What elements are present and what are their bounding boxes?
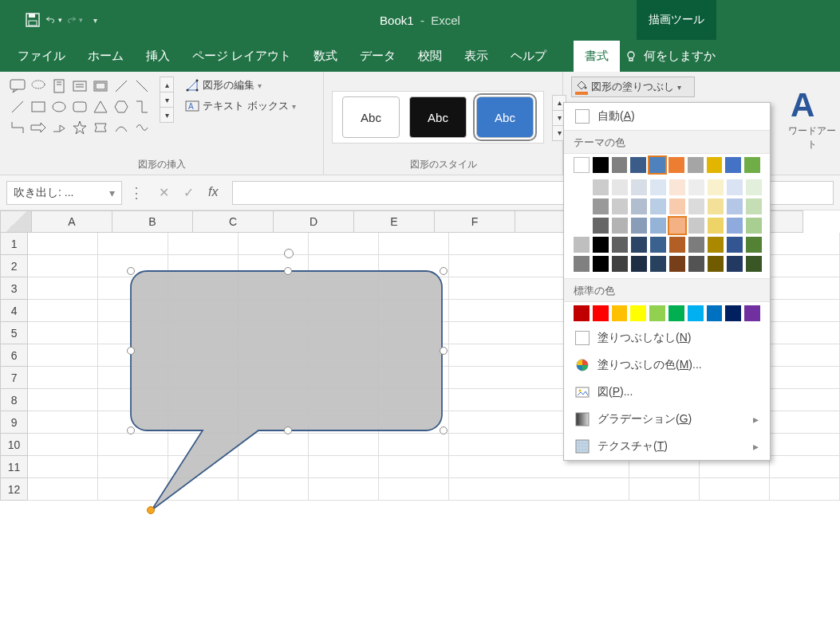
cell[interactable] bbox=[379, 300, 449, 322]
cell[interactable] bbox=[379, 389, 449, 411]
color-swatch[interactable] bbox=[688, 218, 704, 234]
row-header[interactable]: 2 bbox=[0, 255, 28, 277]
cell[interactable] bbox=[239, 367, 309, 389]
shape-hexagon-icon[interactable] bbox=[112, 97, 131, 116]
color-swatch[interactable] bbox=[574, 157, 590, 173]
cell[interactable] bbox=[239, 322, 309, 344]
cell[interactable] bbox=[98, 367, 168, 389]
color-swatch[interactable] bbox=[669, 198, 685, 214]
row-header[interactable]: 7 bbox=[0, 367, 28, 389]
cell[interactable] bbox=[168, 456, 239, 478]
cell[interactable] bbox=[168, 300, 239, 322]
row-header[interactable]: 1 bbox=[0, 233, 28, 255]
tab-format[interactable]: 書式 bbox=[574, 41, 620, 72]
cell[interactable] bbox=[379, 478, 449, 501]
cancel-formula-icon[interactable]: ✕ bbox=[159, 185, 169, 200]
shape-freeform-icon[interactable] bbox=[132, 118, 152, 137]
row-header[interactable]: 3 bbox=[0, 277, 28, 300]
edit-shape-button[interactable]: 図形の編集 ▾ bbox=[182, 77, 299, 94]
shape-rounded-rect-icon[interactable] bbox=[70, 97, 89, 116]
color-swatch[interactable] bbox=[669, 237, 685, 253]
cell[interactable] bbox=[239, 411, 309, 434]
cell[interactable] bbox=[168, 322, 239, 344]
shapes-gallery[interactable] bbox=[8, 77, 152, 158]
color-swatch[interactable] bbox=[727, 256, 743, 272]
cell[interactable] bbox=[28, 300, 98, 322]
cell[interactable] bbox=[239, 389, 309, 411]
color-swatch[interactable] bbox=[669, 218, 685, 234]
shape-arrow-right-icon[interactable] bbox=[29, 118, 48, 137]
fx-icon[interactable]: fx bbox=[208, 185, 218, 200]
shape-triangle-icon[interactable] bbox=[91, 97, 110, 116]
wordart-sample[interactable]: A bbox=[784, 86, 840, 124]
color-swatch[interactable] bbox=[593, 218, 609, 234]
cell[interactable] bbox=[239, 478, 309, 501]
cell[interactable] bbox=[98, 434, 168, 456]
row-header[interactable]: 12 bbox=[0, 478, 28, 501]
cell[interactable] bbox=[239, 300, 309, 322]
column-header[interactable]: C bbox=[193, 210, 274, 233]
color-swatch[interactable] bbox=[574, 198, 590, 214]
color-swatch[interactable] bbox=[744, 157, 760, 173]
color-swatch[interactable] bbox=[688, 198, 704, 214]
cell[interactable] bbox=[770, 478, 840, 501]
color-swatch[interactable] bbox=[707, 157, 723, 173]
shape-process-icon[interactable] bbox=[91, 77, 110, 96]
shape-rectangle-icon[interactable] bbox=[29, 97, 48, 116]
color-swatch[interactable] bbox=[746, 218, 762, 234]
color-swatch[interactable] bbox=[746, 256, 762, 272]
color-swatch[interactable] bbox=[630, 157, 646, 173]
color-swatch[interactable] bbox=[593, 237, 609, 253]
cell[interactable] bbox=[770, 456, 840, 478]
color-swatch[interactable] bbox=[708, 218, 724, 234]
cell[interactable] bbox=[309, 389, 379, 411]
color-swatch[interactable] bbox=[725, 305, 741, 321]
row-header[interactable]: 6 bbox=[0, 344, 28, 367]
cell[interactable] bbox=[379, 255, 449, 277]
column-header[interactable]: E bbox=[354, 210, 435, 233]
shape-fill-button[interactable]: 図形の塗りつぶし ▾ bbox=[571, 77, 695, 97]
color-swatch[interactable] bbox=[593, 305, 609, 321]
color-swatch[interactable] bbox=[727, 198, 743, 214]
shape-star-icon[interactable] bbox=[70, 118, 89, 137]
cell[interactable] bbox=[379, 456, 449, 478]
cell[interactable] bbox=[98, 456, 168, 478]
shape-textbox-v-icon[interactable] bbox=[49, 77, 69, 96]
cell[interactable] bbox=[239, 344, 309, 367]
shape-banner-icon[interactable] bbox=[91, 118, 110, 137]
shape-line-icon[interactable] bbox=[132, 77, 152, 96]
color-swatch[interactable] bbox=[612, 157, 628, 173]
color-swatch[interactable] bbox=[668, 157, 684, 173]
color-swatch[interactable] bbox=[649, 157, 665, 173]
color-swatch[interactable] bbox=[574, 305, 590, 321]
fill-picture[interactable]: 図(P)... bbox=[564, 379, 770, 406]
color-swatch[interactable] bbox=[612, 218, 628, 234]
tab-file[interactable]: ファイル bbox=[6, 41, 77, 72]
cell[interactable] bbox=[309, 277, 379, 300]
cell[interactable] bbox=[770, 367, 840, 389]
row-header[interactable]: 4 bbox=[0, 300, 28, 322]
color-swatch[interactable] bbox=[593, 256, 609, 272]
color-swatch[interactable] bbox=[744, 305, 760, 321]
color-swatch[interactable] bbox=[650, 198, 666, 214]
color-swatch[interactable] bbox=[650, 179, 666, 195]
shape-oval-icon[interactable] bbox=[49, 97, 69, 116]
cell[interactable] bbox=[309, 367, 379, 389]
cell[interactable] bbox=[168, 411, 239, 434]
no-fill[interactable]: 塗りつぶしなし(N) bbox=[564, 324, 770, 352]
name-box[interactable]: 吹き出し: ...▾ bbox=[6, 181, 122, 205]
save-icon[interactable] bbox=[24, 11, 41, 29]
color-swatch[interactable] bbox=[631, 179, 647, 195]
cell[interactable] bbox=[28, 233, 98, 255]
cell[interactable] bbox=[28, 478, 98, 501]
cell[interactable] bbox=[98, 322, 168, 344]
cell[interactable] bbox=[770, 389, 840, 411]
color-swatch[interactable] bbox=[708, 179, 724, 195]
cell[interactable] bbox=[98, 300, 168, 322]
style-swatch-1[interactable]: Abc bbox=[342, 96, 400, 138]
cell[interactable] bbox=[449, 478, 629, 501]
shape-textbox-h-icon[interactable] bbox=[70, 77, 89, 96]
cell[interactable] bbox=[239, 456, 309, 478]
cell[interactable] bbox=[168, 367, 239, 389]
cell[interactable] bbox=[239, 255, 309, 277]
